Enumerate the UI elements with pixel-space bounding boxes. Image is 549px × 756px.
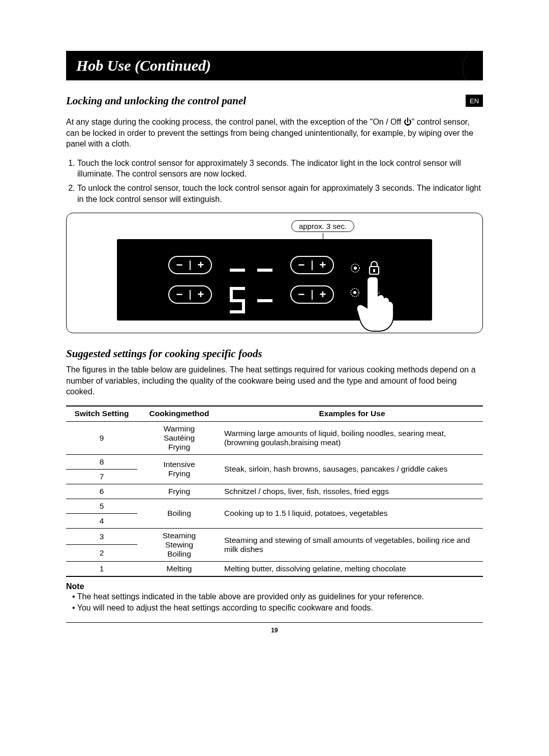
step-1: Touch the lock control sensor for approx… (77, 158, 483, 180)
cell-ex-87: Steak, sirloin, hash browns, sausages, p… (221, 454, 483, 484)
indicator-light-icon (350, 263, 361, 274)
lock-icon[interactable] (368, 260, 380, 276)
page-number: 19 (66, 627, 483, 634)
svg-point-12 (353, 291, 356, 294)
cell-ex-9: Warming large amounts of liquid, boiling… (221, 421, 483, 454)
cell-cm-9: Warming Sautéing Frying (137, 421, 221, 454)
callout-3sec: approx. 3 sec. (291, 220, 354, 232)
svg-rect-3 (230, 287, 233, 300)
note-list: The heat settings indicated in the table… (72, 591, 483, 613)
header-banner: Hob Use (Continued) (66, 51, 483, 80)
locking-intro: At any stage during the cooking process,… (66, 117, 483, 150)
cell-sw-2: 2 (66, 545, 137, 562)
display-segment-blank-1 (227, 244, 248, 274)
step-2: To unlock the control sensor, touch the … (77, 183, 483, 205)
power-icon[interactable] (368, 286, 381, 299)
note-item-1: The heat settings indicated in the table… (72, 591, 483, 602)
svg-rect-7 (257, 299, 272, 302)
footer-rule (66, 622, 483, 623)
cell-sw-7: 7 (66, 469, 137, 484)
cell-sw-9: 9 (66, 421, 137, 454)
cell-cm-1: Melting (137, 561, 221, 576)
note-label: Note (66, 582, 483, 591)
indicator-light-icon-2 (349, 287, 360, 298)
svg-rect-0 (230, 269, 245, 272)
cell-cm-54: Boiling (137, 499, 221, 528)
page-title: Hob Use (Continued) (76, 57, 211, 74)
zone1-plusminus[interactable]: −+ (168, 256, 212, 274)
display-segment-5 (227, 285, 248, 316)
cell-sw-6: 6 (66, 484, 137, 499)
zone4-plusminus[interactable]: −+ (290, 285, 334, 304)
section-heading-settings: Suggested settings for cooking specific … (66, 347, 483, 360)
zone2-plusminus[interactable]: −+ (290, 256, 334, 274)
th-switch: Switch Setting (66, 406, 137, 422)
language-badge: EN (466, 95, 483, 107)
svg-point-8 (354, 267, 357, 270)
svg-rect-6 (230, 310, 245, 313)
cell-sw-5: 5 (66, 499, 137, 513)
display-segment-dash (255, 285, 275, 316)
cell-sw-3: 3 (66, 528, 137, 545)
zone3-plusminus[interactable]: −+ (168, 285, 212, 304)
cell-sw-1: 1 (66, 561, 137, 576)
hob-control-panel: −+ −+ (117, 239, 432, 321)
control-panel-figure: approx. 3 sec. −+ −+ (66, 213, 483, 333)
cell-cm-6: Frying (137, 484, 221, 499)
cell-ex-1: Melting butter, dissolving gelatine, mel… (221, 561, 483, 576)
svg-rect-1 (257, 269, 272, 272)
note-item-2: You will need to adjust the heat setting… (72, 602, 483, 614)
callout-connector (323, 233, 323, 239)
cell-ex-54: Cooking up to 1.5 l liquid, potatoes, ve… (221, 499, 483, 528)
section-heading-locking: Locking and unlocking the control panel (66, 95, 246, 107)
settings-intro: The figures in the table below are guide… (66, 364, 483, 397)
locking-steps: Touch the lock control sensor for approx… (77, 158, 483, 205)
display-segment-blank-2 (255, 244, 275, 274)
th-method: Cookingmethod (137, 406, 221, 422)
page: Hob Use (Continued) Locking and unlockin… (0, 0, 549, 664)
th-examples: Examples for Use (221, 406, 483, 422)
cell-cm-87: Intensive Frying (137, 454, 221, 484)
cell-sw-4: 4 (66, 513, 137, 528)
cell-sw-8: 8 (66, 454, 137, 469)
cell-ex-32: Steaming and stewing of small amounts of… (221, 528, 483, 561)
cell-cm-32: Steaming Stewing Boiling (137, 528, 221, 561)
svg-rect-11 (373, 269, 375, 272)
cell-ex-6: Schnitzel / chops, liver, fish, rissoles… (221, 484, 483, 499)
settings-table: Switch Setting Cookingmethod Examples fo… (66, 405, 483, 577)
